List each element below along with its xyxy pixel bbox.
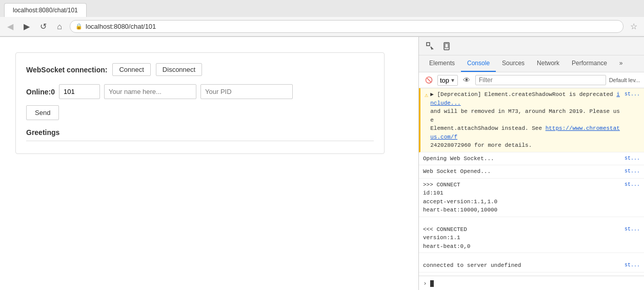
console-prompt-icon: › [423, 279, 427, 287]
connect-source[interactable]: st... [625, 181, 640, 215]
devtools-filter-bar: 🚫 top ▼ 👁 Default lev... [419, 72, 644, 88]
connected-source[interactable]: st... [625, 225, 640, 251]
svg-rect-0 [427, 43, 430, 46]
tab-elements[interactable]: Elements [423, 55, 461, 72]
nav-bar: ◀ ▶ ↺ ⌂ 🔒 localhost:8080/chat/101 ☆ [0, 17, 644, 36]
online-row: Online:0 [26, 84, 374, 99]
device-toolbar-button[interactable] [439, 39, 454, 53]
devtools-toolbar [419, 37, 644, 55]
svg-rect-2 [445, 44, 448, 48]
opened-text: Web Socket Opened... [423, 167, 622, 176]
server-text: connected to server undefined [423, 261, 622, 270]
deprecation-link[interactable]: include... [430, 91, 620, 106]
disconnect-button[interactable]: Disconnect [156, 63, 202, 76]
name-input[interactable] [104, 84, 196, 99]
tab-network[interactable]: Network [531, 55, 566, 72]
tab-more[interactable]: » [613, 55, 629, 72]
server-source[interactable]: st... [625, 261, 640, 270]
default-levels-label: Default lev... [609, 77, 640, 83]
console-input-row: › [419, 276, 644, 290]
chromestatus-link[interactable]: https://www.chromestatus.com/f [430, 125, 620, 140]
cursor-blink [430, 280, 434, 287]
browser-tab[interactable]: localhost:8080/chat/101 [4, 3, 87, 17]
pid-input[interactable] [200, 84, 293, 99]
opening-text: Opening Web Socket... [423, 154, 622, 163]
connect-button[interactable]: Connect [112, 63, 150, 76]
spacer-1 [419, 217, 644, 223]
tab-performance[interactable]: Performance [566, 55, 613, 72]
console-entry-deprecation: ⚠ ▶ [Deprecation] Element.createShadowRo… [419, 88, 644, 152]
filter-left-buttons: 🚫 [423, 74, 434, 86]
address-text: localhost:8080/chat/101 [86, 23, 156, 30]
page-content: WebSocket connection: Connect Disconnect… [0, 37, 418, 290]
inspect-element-button[interactable] [423, 39, 437, 53]
connected-text: <<< CONNECTED version:1.1 heart-beat:0,0 [423, 225, 622, 251]
browser-chrome: localhost:8080/chat/101 ◀ ▶ ↺ ⌂ 🔒 localh… [0, 0, 644, 37]
opening-source[interactable]: st... [625, 154, 640, 163]
send-button[interactable]: Send [26, 105, 59, 120]
console-cursor[interactable] [430, 279, 434, 287]
opened-source[interactable]: st... [625, 167, 640, 176]
console-filter-input[interactable] [475, 75, 606, 85]
console-entry-connected: <<< CONNECTED version:1.1 heart-beat:0,0… [419, 223, 644, 254]
spacer-2 [419, 253, 644, 259]
console-entry-opened: Web Socket Opened... st... [419, 165, 644, 179]
tab-bar: localhost:8080/chat/101 [0, 0, 644, 17]
websocket-label: WebSocket connection: [26, 66, 107, 74]
console-ban-button[interactable]: 🚫 [423, 74, 434, 86]
lock-icon: 🔒 [75, 23, 83, 30]
console-entry-server: connected to server undefined st... [419, 259, 644, 273]
devtools-console: ⚠ ▶ [Deprecation] Element.createShadowRo… [419, 88, 644, 276]
tab-sources[interactable]: Sources [496, 55, 531, 72]
devtools-panel: Elements Console Sources Network Perform… [418, 37, 644, 290]
bookmark-button[interactable]: ☆ [628, 21, 640, 33]
online-label: Online:0 [26, 88, 55, 96]
online-id-input[interactable] [59, 84, 100, 99]
context-selector[interactable]: top ▼ [437, 75, 458, 86]
main-area: WebSocket connection: Connect Disconnect… [0, 37, 644, 290]
address-bar[interactable]: 🔒 localhost:8080/chat/101 [70, 20, 623, 33]
chat-container: WebSocket connection: Connect Disconnect… [15, 52, 385, 154]
tab-console[interactable]: Console [461, 55, 496, 72]
deprecation-source[interactable]: st... [625, 90, 640, 150]
warning-icon: ⚠ [425, 90, 428, 150]
forward-button[interactable]: ▶ [21, 21, 33, 33]
deprecation-text: ▶ [Deprecation] Element.createShadowRoot… [430, 90, 622, 150]
console-entry-opening: Opening Web Socket... st... [419, 152, 644, 166]
home-button[interactable]: ⌂ [53, 21, 66, 33]
greetings-divider [26, 141, 374, 141]
websocket-row: WebSocket connection: Connect Disconnect [26, 63, 374, 76]
console-eye-button[interactable]: 👁 [461, 74, 472, 86]
connect-text: >>> CONNECT id:101 accept-version:1.1,1.… [423, 181, 622, 215]
context-label: top [440, 76, 449, 84]
greetings-label: Greetings [26, 128, 374, 137]
back-button[interactable]: ◀ [4, 21, 16, 33]
refresh-button[interactable]: ↺ [37, 21, 49, 33]
devtools-tabs: Elements Console Sources Network Perform… [419, 55, 644, 72]
chevron-down-icon: ▼ [450, 78, 455, 83]
console-entry-connect: >>> CONNECT id:101 accept-version:1.1,1.… [419, 179, 644, 217]
